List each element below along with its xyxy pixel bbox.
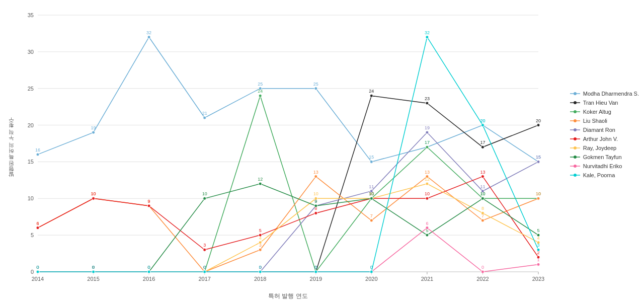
svg-point-253 <box>574 156 577 159</box>
svg-point-218 <box>36 270 39 273</box>
svg-text:5: 5 <box>537 228 539 233</box>
svg-point-140 <box>92 197 95 200</box>
legend-item: Koker Altug <box>570 109 639 115</box>
svg-point-220 <box>92 270 95 273</box>
svg-text:24: 24 <box>369 89 374 94</box>
svg-text:2018: 2018 <box>254 276 266 282</box>
svg-point-188 <box>314 204 317 207</box>
legend: Modha Dharmendra S. Tran Hieu Van Koker … <box>570 91 639 178</box>
legend-label: Tran Hieu Van <box>583 100 618 106</box>
main-chart: 0510152025303520142015201620172018201920… <box>0 0 553 302</box>
svg-text:12: 12 <box>425 177 430 182</box>
svg-text:10: 10 <box>480 191 485 196</box>
svg-text:19: 19 <box>425 125 430 130</box>
svg-point-154 <box>481 175 484 178</box>
svg-point-245 <box>574 119 577 122</box>
svg-text:2021: 2021 <box>421 276 433 282</box>
svg-text:20: 20 <box>480 118 485 123</box>
svg-text:6: 6 <box>36 221 39 226</box>
legend-item: Kale, Poorna <box>570 172 639 178</box>
svg-point-214 <box>481 270 484 273</box>
svg-point-144 <box>203 248 206 251</box>
legend-item: Gokmen Tayfun <box>570 154 639 160</box>
svg-text:10: 10 <box>202 191 207 196</box>
svg-text:15: 15 <box>28 159 34 165</box>
svg-point-224 <box>203 270 206 273</box>
svg-text:5: 5 <box>31 232 34 238</box>
svg-text:10: 10 <box>313 191 318 196</box>
svg-text:35: 35 <box>28 12 34 18</box>
svg-text:11: 11 <box>369 184 374 189</box>
svg-text:0: 0 <box>36 265 39 270</box>
svg-point-190 <box>370 197 373 200</box>
svg-text:7: 7 <box>370 213 373 218</box>
svg-point-226 <box>259 270 262 273</box>
svg-text:0: 0 <box>148 265 150 270</box>
svg-point-196 <box>537 234 540 237</box>
svg-text:24: 24 <box>258 89 263 94</box>
svg-point-72 <box>426 102 429 105</box>
svg-point-114 <box>481 219 484 222</box>
svg-point-249 <box>574 137 577 140</box>
svg-text:9: 9 <box>314 199 317 204</box>
svg-text:11: 11 <box>480 184 485 189</box>
svg-point-132 <box>426 131 429 134</box>
svg-text:15: 15 <box>369 155 374 160</box>
svg-text:21: 21 <box>202 111 207 116</box>
legend-label: Diamant Ron <box>583 127 615 133</box>
svg-point-106 <box>259 248 262 251</box>
chart-container: 발행된 특허의 누적 횟수 05101520253035201420152016… <box>0 0 644 302</box>
svg-point-166 <box>259 241 262 244</box>
svg-point-138 <box>36 226 39 230</box>
svg-text:30: 30 <box>28 49 34 55</box>
legend-label: Liu Shaoli <box>583 118 607 124</box>
svg-point-174 <box>481 211 484 214</box>
svg-text:0: 0 <box>314 265 317 270</box>
svg-point-42 <box>147 36 150 39</box>
svg-point-194 <box>481 197 484 200</box>
svg-point-48 <box>314 87 317 90</box>
svg-text:2016: 2016 <box>143 276 155 282</box>
legend-label: Modha Dharmendra S. <box>583 91 639 97</box>
svg-point-243 <box>574 110 577 113</box>
legend-item: Arthur John V. <box>570 136 639 142</box>
svg-text:2022: 2022 <box>476 276 489 282</box>
svg-text:2019: 2019 <box>310 276 322 282</box>
svg-text:19: 19 <box>91 125 96 130</box>
svg-text:10: 10 <box>425 191 430 196</box>
legend-item: Nurvitadhi Eriko <box>570 163 639 169</box>
svg-text:3: 3 <box>203 243 206 248</box>
svg-point-234 <box>481 124 484 127</box>
svg-text:3: 3 <box>537 243 539 248</box>
svg-text:0: 0 <box>259 265 262 270</box>
svg-point-50 <box>370 160 373 163</box>
svg-text:0: 0 <box>370 265 373 270</box>
legend-label: Ray, Joydeep <box>583 145 616 151</box>
svg-text:10: 10 <box>369 191 374 196</box>
svg-point-136 <box>537 160 540 163</box>
svg-point-116 <box>537 197 540 200</box>
svg-text:13: 13 <box>425 170 430 175</box>
svg-point-232 <box>426 36 429 39</box>
legend-label: Nurvitadhi Eriko <box>583 163 622 169</box>
svg-point-40 <box>92 131 95 134</box>
svg-point-255 <box>574 165 577 168</box>
svg-text:10: 10 <box>536 191 541 196</box>
svg-point-222 <box>147 270 150 273</box>
legend-label: Koker Altug <box>583 109 611 115</box>
svg-text:4: 4 <box>259 236 262 241</box>
svg-text:17: 17 <box>480 140 485 145</box>
svg-text:13: 13 <box>313 170 318 175</box>
svg-point-257 <box>574 174 577 177</box>
svg-text:특허 발행 연도: 특허 발행 연도 <box>268 292 308 299</box>
svg-point-192 <box>426 234 429 237</box>
svg-text:2014: 2014 <box>32 276 44 282</box>
svg-point-148 <box>314 211 317 214</box>
svg-text:17: 17 <box>425 140 430 145</box>
legend-item: Modha Dharmendra S. <box>570 91 639 97</box>
svg-text:2017: 2017 <box>198 276 210 282</box>
svg-point-247 <box>574 128 577 131</box>
legend-label: Arthur John V. <box>583 136 618 142</box>
svg-text:6: 6 <box>426 221 428 226</box>
svg-point-228 <box>314 270 317 273</box>
